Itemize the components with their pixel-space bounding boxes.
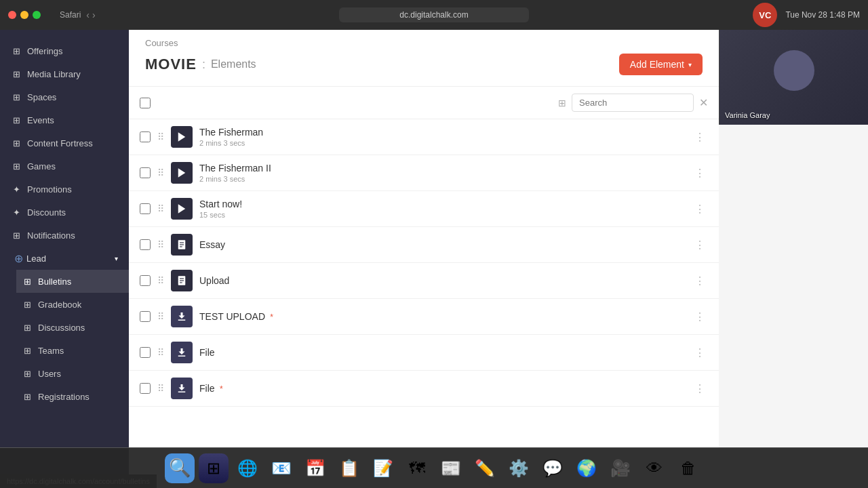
drag-handle-icon[interactable]: ⠿ [157,203,164,214]
sidebar-item-promotions[interactable]: ✦ Promotions [0,178,129,201]
item-menu-icon[interactable]: ⋮ [692,344,708,362]
minimize-button[interactable] [20,11,28,19]
list-item: ⠿ The Fisherman 2 mins 3 secs ⋮ [129,119,719,155]
item-info: The Fisherman II 2 mins 3 secs [199,163,685,183]
dock-preview[interactable]: 👁 [639,453,669,483]
dock-safari[interactable]: 🌐 [233,453,262,483]
dock-sketch[interactable]: ✏️ [470,453,500,483]
row-checkbox[interactable] [140,131,151,142]
events-icon: ⊞ [11,115,22,125]
breadcrumb: Courses [129,30,719,48]
svg-marker-1 [178,168,186,178]
add-element-button[interactable]: Add Element ▾ [619,54,703,75]
back-button[interactable]: ‹ [86,9,90,20]
item-info: TEST UPLOAD * [199,311,685,322]
item-meta: 15 secs [199,211,685,219]
list-item: ⠿ Upload ⋮ [129,263,719,299]
offerings-icon: ⊞ [11,45,22,56]
search-input[interactable] [572,94,694,112]
traffic-lights [8,11,41,19]
sidebar-item-offerings[interactable]: ⊞ Offerings [0,39,129,62]
datetime: Tue Nov 28 1:48 PM [785,10,860,20]
close-button[interactable] [8,11,16,19]
item-name: File * [199,383,685,394]
row-checkbox[interactable] [140,203,151,214]
item-meta: 2 mins 3 secs [199,175,685,183]
dock-zoom[interactable]: 🎥 [606,453,635,483]
user-avatar: VC [753,3,777,27]
dock-finder[interactable]: 🔍 [165,453,195,483]
games-icon: ⊞ [11,161,22,171]
sidebar-item-notifications[interactable]: ⊞ Notifications [0,224,129,247]
filter-icon: ⊞ [558,98,566,108]
sidebar-lead-section[interactable]: ⊕ Lead ▾ [0,247,129,270]
drag-handle-icon[interactable]: ⠿ [157,239,164,250]
dock-chrome[interactable]: 🌍 [572,453,601,483]
sidebar-item-media-library[interactable]: ⊞ Media Library [0,62,129,85]
dock-notes[interactable]: 📝 [368,453,398,483]
row-checkbox[interactable] [140,275,151,286]
svg-marker-0 [178,132,186,142]
list-item: ⠿ Start now! 15 secs ⋮ [129,191,719,227]
item-menu-icon[interactable]: ⋮ [692,164,708,182]
sidebar-item-discussions[interactable]: ⊞ Discussions [16,316,129,339]
dock-slack[interactable]: 💬 [538,453,568,483]
row-checkbox[interactable] [140,383,151,394]
sidebar-item-registrations[interactable]: ⊞ Registrations [16,385,129,408]
row-checkbox[interactable] [140,347,151,358]
sidebar-item-users[interactable]: ⊞ Users [16,362,129,385]
row-checkbox[interactable] [140,311,151,322]
page-header: MOVIE : Elements Add Element ▾ [129,48,719,87]
sidebar-item-bulletins[interactable]: ⊞ Bulletins [16,270,129,293]
sidebar-item-content-fortress[interactable]: ⊞ Content Fortress [0,131,129,155]
sidebar-item-events[interactable]: ⊞ Events [0,108,129,131]
drag-handle-icon[interactable]: ⠿ [157,347,164,358]
item-menu-icon[interactable]: ⋮ [692,272,708,290]
item-menu-icon[interactable]: ⋮ [692,200,708,218]
dock-news[interactable]: 📰 [436,453,466,483]
drag-handle-icon[interactable]: ⠿ [157,131,164,142]
download-icon [171,378,193,399]
sidebar-item-label: Gradebook [38,300,81,310]
close-search-icon[interactable]: ✕ [699,96,708,109]
select-all-checkbox[interactable] [140,98,151,108]
sidebar-item-label: Discounts [27,207,66,218]
dock-mail[interactable]: 📧 [267,453,296,483]
sidebar-item-gradebook[interactable]: ⊞ Gradebook [16,293,129,316]
item-menu-icon[interactable]: ⋮ [692,380,708,398]
sidebar: ⊞ Offerings ⊞ Media Library ⊞ Spaces ⊞ E… [0,30,129,488]
row-checkbox[interactable] [140,167,151,178]
item-info: File * [199,383,685,394]
sidebar-item-teams[interactable]: ⊞ Teams [16,339,129,362]
drag-handle-icon[interactable]: ⠿ [157,275,164,286]
item-menu-icon[interactable]: ⋮ [692,236,708,254]
dock-launchpad[interactable]: ⊞ [199,453,229,483]
search-area: ⊞ ✕ [558,94,708,112]
download-icon [171,306,193,327]
url-bar[interactable]: dc.digitalchalk.com [339,7,529,22]
list-item: ⠿ File ⋮ [129,335,719,371]
add-element-label: Add Element [630,59,684,70]
dock-preferences[interactable]: ⚙️ [504,453,534,483]
item-menu-icon[interactable]: ⋮ [692,308,708,326]
sidebar-item-games[interactable]: ⊞ Games [0,155,129,178]
list-item: ⠿ Essay ⋮ [129,227,719,263]
maximize-button[interactable] [33,11,41,19]
dock-calendar[interactable]: 📅 [300,453,330,483]
item-name: The Fisherman [199,127,685,138]
drag-handle-icon[interactable]: ⠿ [157,383,164,394]
avatar: VC [753,3,777,27]
dock-reminders[interactable]: 📋 [334,453,364,483]
sidebar-item-label: Spaces [27,92,56,102]
dock-maps[interactable]: 🗺 [402,453,432,483]
forward-button[interactable]: › [92,9,96,20]
sidebar-item-discounts[interactable]: ✦ Discounts [0,201,129,224]
drag-handle-icon[interactable]: ⠿ [157,311,164,322]
video-icon [171,126,193,148]
dock-trash[interactable]: 🗑 [673,453,703,483]
drag-handle-icon[interactable]: ⠿ [157,167,164,178]
item-menu-icon[interactable]: ⋮ [692,128,708,146]
sidebar-item-spaces[interactable]: ⊞ Spaces [0,85,129,108]
bulletins-icon: ⊞ [22,276,33,287]
row-checkbox[interactable] [140,239,151,250]
